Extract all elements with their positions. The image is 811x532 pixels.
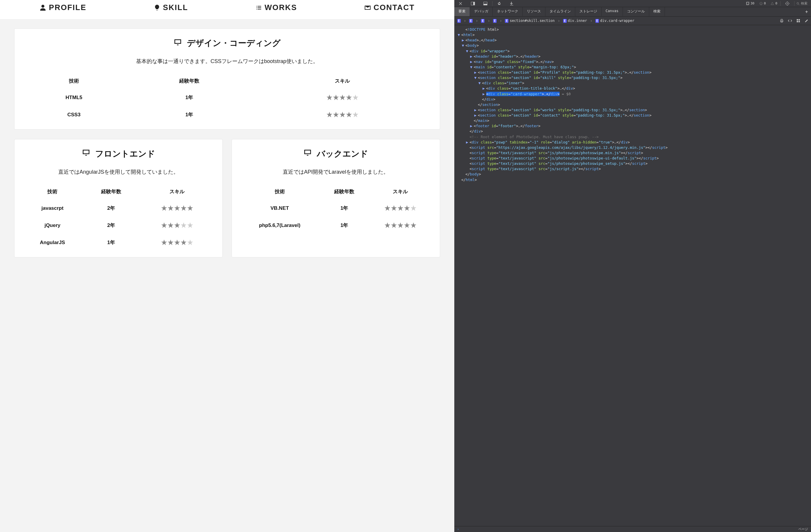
- warn-badge[interactable]: 0: [768, 1, 780, 5]
- star-icon: ★: [333, 111, 339, 119]
- chevron-down-icon[interactable]: ▼: [462, 43, 465, 48]
- reload-icon[interactable]: [493, 0, 505, 7]
- console-prompt-icon[interactable]: ›: [457, 527, 459, 531]
- breadcrumb-item[interactable]: E: [457, 18, 469, 24]
- breadcrumb-item[interactable]: Esection#skill.section: [504, 18, 562, 24]
- dom-line[interactable]: ▶<div class="section-title-block">…</div…: [458, 86, 811, 91]
- chevron-down-icon[interactable]: ▼: [458, 32, 461, 37]
- brush-icon[interactable]: [805, 19, 809, 23]
- dom-line[interactable]: </div>: [458, 97, 811, 102]
- chevron-down-icon[interactable]: ▼: [474, 75, 478, 80]
- info-count: 0: [764, 1, 766, 5]
- dom-line[interactable]: <script src="https://ajax.googleapis.com…: [458, 145, 811, 150]
- dom-line[interactable]: ▶<section class="section" id="Profile" s…: [458, 70, 811, 75]
- dom-line[interactable]: ▼<main id="contents" style="margin-top: …: [458, 64, 811, 70]
- tab-count-badge[interactable]: 30: [744, 1, 757, 5]
- breadcrumb: EEEEEsection#skill.sectionEdiv.innerEdiv…: [454, 17, 811, 25]
- dom-line[interactable]: ▶<head>…</head>: [458, 37, 811, 43]
- star-icon: ★: [391, 222, 397, 229]
- dom-line[interactable]: </div>: [458, 129, 811, 134]
- devtools-tab-コンソール[interactable]: コンソール: [623, 7, 649, 16]
- design-table: 技術 経験年数 スキル HTML51年★★★★★CSS31年★★★★★: [20, 73, 434, 123]
- grid-icon[interactable]: [796, 19, 800, 23]
- cell-tech: CSS3: [20, 106, 127, 123]
- devtools-tab-ネットワーク[interactable]: ネットワーク: [493, 7, 523, 16]
- dom-line[interactable]: <script type="text/javascript" src="js/p…: [458, 156, 811, 161]
- chevron-right-icon[interactable]: ▶: [462, 37, 465, 43]
- dom-line[interactable]: ▶<div class="card-wrapper">…</div> = $0: [458, 91, 811, 97]
- chevron-right-icon[interactable]: ▶: [470, 123, 474, 129]
- devtools-tab-タイムライン[interactable]: タイムライン: [546, 7, 575, 16]
- dom-line[interactable]: </section>: [458, 102, 811, 107]
- chevron-right-icon[interactable]: ▶: [470, 54, 474, 59]
- dom-line[interactable]: <script type="text/javascript" src="js/p…: [458, 150, 811, 156]
- code-icon[interactable]: [788, 19, 792, 23]
- chevron-right-icon[interactable]: ▶: [483, 86, 486, 91]
- dock-side-icon[interactable]: [467, 0, 479, 7]
- dom-line[interactable]: ▶<nav id="gnav" class="fixed">…</nav>: [458, 59, 811, 64]
- dock-bottom-icon[interactable]: [479, 0, 492, 7]
- dom-line[interactable]: <script type="text/javascript" src="js/p…: [458, 161, 811, 166]
- dom-line[interactable]: <script type="text/javascript" src="js/s…: [458, 166, 811, 172]
- star-icon: ★: [181, 222, 187, 229]
- close-icon[interactable]: [454, 0, 467, 7]
- dom-line[interactable]: <!-- Root element of PhotoSwipe. Must ha…: [458, 134, 811, 140]
- star-icon: ★: [187, 222, 193, 229]
- dom-line[interactable]: ▶<div class="pswp" tabindex="-1" role="d…: [458, 140, 811, 145]
- element-badge-icon: E: [493, 19, 496, 23]
- dom-line[interactable]: </main>: [458, 118, 811, 123]
- dom-line[interactable]: ▶<header id="header">…</header>: [458, 54, 811, 59]
- download-icon[interactable]: [505, 0, 518, 7]
- breadcrumb-item[interactable]: E: [492, 18, 504, 24]
- breadcrumb-item[interactable]: E: [480, 18, 492, 24]
- dom-line[interactable]: ▶<section class="section" id="works" sty…: [458, 107, 811, 113]
- dom-line[interactable]: ▼<div id="wrapper">: [458, 48, 811, 54]
- dom-line[interactable]: </body>: [458, 172, 811, 177]
- envelope-icon: [364, 4, 371, 11]
- chevron-right-icon[interactable]: ▶: [483, 91, 486, 97]
- chevron-right-icon[interactable]: ▶: [474, 70, 478, 75]
- devtools-tab-リソース[interactable]: リソース: [523, 7, 546, 16]
- card-design-desc: 基本的な事は一通りできます。CSSフレームワークはbootstrap使いました。: [20, 57, 434, 66]
- chevron-down-icon[interactable]: ▼: [470, 64, 474, 70]
- dom-line[interactable]: ▼<html>: [458, 32, 811, 37]
- dom-tree[interactable]: <!DOCTYPE html>▼<html>▶<head>…</head>▼<b…: [454, 25, 811, 526]
- star-icon: ★: [391, 204, 397, 212]
- breadcrumb-item[interactable]: E: [469, 18, 480, 24]
- chevron-right-icon[interactable]: ▶: [466, 140, 470, 145]
- breadcrumb-item[interactable]: Ediv.inner: [563, 18, 595, 24]
- dom-line[interactable]: </html>: [458, 177, 811, 183]
- nav-profile[interactable]: PROFILE: [39, 3, 86, 12]
- info-badge[interactable]: i 0: [757, 1, 768, 5]
- chevron-right-icon[interactable]: ▶: [474, 113, 478, 118]
- devtools-tab-デバッガ[interactable]: デバッガ: [470, 7, 493, 16]
- chevron-down-icon[interactable]: ▼: [478, 80, 482, 86]
- chevron-right-icon[interactable]: ▶: [470, 59, 474, 64]
- nav-works[interactable]: WORKS: [255, 3, 297, 12]
- nav-contact[interactable]: CONTACT: [364, 3, 415, 12]
- th-skill: スキル: [138, 183, 216, 200]
- nav-skill[interactable]: SKILL: [153, 3, 188, 12]
- print-icon[interactable]: [780, 19, 784, 23]
- user-icon: [39, 4, 46, 11]
- chevron-right-icon[interactable]: ▶: [474, 107, 478, 113]
- chevron-down-icon[interactable]: ▼: [466, 48, 470, 54]
- cell-tech: HTML5: [20, 89, 127, 106]
- star-rating: ★★★★★: [161, 239, 193, 246]
- inspect-icon[interactable]: [781, 0, 794, 7]
- devtools-tab-add[interactable]: +: [802, 7, 811, 16]
- devtools-tab-Canvas[interactable]: Canvas: [601, 7, 623, 16]
- dom-line[interactable]: ▼<div class="inner">: [458, 80, 811, 86]
- dom-line[interactable]: ▼<body>: [458, 43, 811, 48]
- monitor-icon: [303, 148, 312, 159]
- devtools-tab-検索[interactable]: 検索: [649, 7, 665, 16]
- dom-line[interactable]: <!DOCTYPE html>: [458, 27, 811, 32]
- dom-line[interactable]: ▼<section class="section" id="skill" sty…: [458, 75, 811, 80]
- dom-line[interactable]: ▶<section class="section" id="contact" s…: [458, 113, 811, 118]
- star-icon: ★: [398, 204, 403, 212]
- breadcrumb-item[interactable]: Ediv.card-wrapper: [595, 18, 640, 24]
- dom-line[interactable]: ▶<footer id="footer">…</footer>: [458, 123, 811, 129]
- devtools-tab-ストレージ[interactable]: ストレージ: [575, 7, 601, 16]
- devtools-tab-要素[interactable]: 要素: [454, 7, 470, 16]
- devtools-search[interactable]: 検索: [795, 1, 811, 5]
